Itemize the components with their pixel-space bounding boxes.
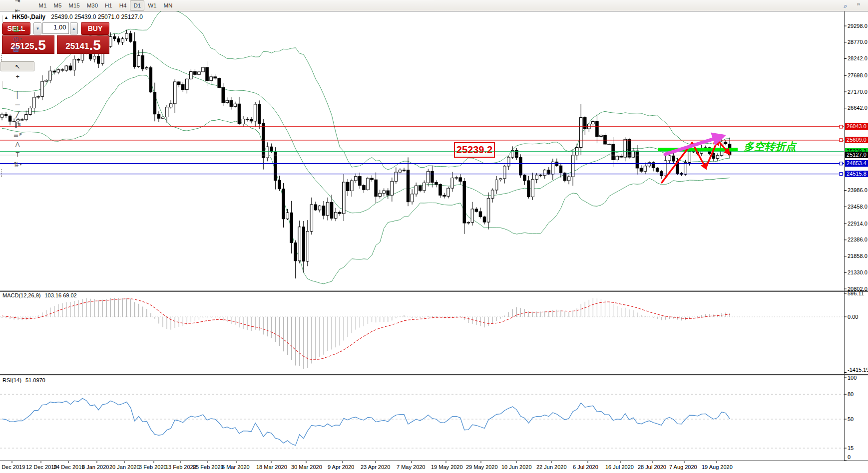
crosshair-icon: + [15,73,19,80]
price-tick-label: 26642.0 [848,105,868,111]
date-tick-label: 19 Aug 2020 [702,464,733,470]
search-button[interactable]: ⌕ [840,0,852,10]
dropdown-arrow-icon[interactable]: ▾ [20,162,22,167]
level-price-label: 26043.0 [845,123,868,130]
community-chat-button[interactable]: ❞ [853,0,865,10]
price-tick-label: 28770.0 [848,39,868,45]
panel-separator [0,291,868,292]
fibonacci-icon-sub: F [19,132,22,137]
macd-panel[interactable] [0,298,844,369]
toolbar-drag-handle[interactable] [1,169,4,177]
date-tick-label: 19 May 2020 [431,464,463,470]
macd-values: 103.16 69.02 [44,292,76,298]
line-handle[interactable] [840,125,843,128]
template-button[interactable]: ▨▾ [0,43,34,53]
periods-clock-icon: ◷ [13,35,18,42]
line-handle[interactable] [840,173,843,176]
rsi-tick-label: 100 [848,375,857,381]
date-tick-label: 6 Mar 2020 [222,464,250,470]
timeframe-group: M1M5M15M30H1H4D1W1MN [35,0,176,10]
buy-button[interactable]: BUY [81,22,109,35]
timeframe-m15-button[interactable]: M15 [65,0,83,10]
date-tick-label: 9 Apr 2020 [328,464,354,470]
add-indicator-button[interactable]: ▧▾ [0,23,34,33]
panel-separator[interactable] [0,290,868,290]
date-tick-label: 18 Mar 2020 [256,464,287,470]
timeframe-h1-button[interactable]: H1 [101,0,116,10]
arrows-button[interactable]: ⇅▾ [0,159,34,169]
periods-clock-button[interactable]: ◷▾ [0,33,34,43]
cursor-button[interactable]: ↖ [0,61,34,71]
date-tick-label: 25 Feb 2020 [193,464,224,470]
timeframe-m1-button[interactable]: M1 [35,0,50,10]
crosshair-button[interactable]: + [0,71,34,81]
timeframe-d1-button[interactable]: D1 [130,0,144,10]
panel-separator [0,376,868,376]
panel-separator[interactable] [0,374,868,375]
ohlc-values: 25439.0 25439.0 25071.0 25127.0 [51,13,143,20]
price-tick-label: 27698.0 [848,72,868,78]
timeframe-m30-button[interactable]: M30 [83,0,101,10]
volume-input[interactable]: 1.00 [42,22,68,34]
add-indicator-icon: ▧ [13,25,19,32]
vertical-line-icon: │ [15,91,19,98]
date-tick-label: 24 Dec 2019 [53,464,84,470]
text-button[interactable]: A [0,139,34,149]
level-price-label: 24515.8 [845,171,868,177]
level-price-label: 25127.0 [845,152,868,158]
dropdown-arrow-icon[interactable]: ▾ [20,36,22,41]
chart-shift-button[interactable]: ⇤ [0,5,34,15]
dropdown-arrow-icon[interactable]: ▾ [20,26,22,31]
timeframe-w1-button[interactable]: W1 [144,0,160,10]
date-tick-label: 12 Dec 2019 [26,464,57,470]
sell-price-pip: .5 [34,38,45,53]
timeframe-mn-button[interactable]: MN [160,0,176,10]
rsi-tick-label: 0 [848,454,851,460]
price-tick-label: 21330.0 [848,269,868,275]
turning-point-annotation[interactable]: 多空转折点 [744,140,796,154]
date-tick-label: 10 Jun 2020 [501,464,532,470]
dropdown-arrow-icon[interactable]: ▾ [20,46,22,51]
volume-increase-button[interactable]: ▲ [70,22,78,34]
price-panel[interactable] [0,10,731,284]
timeframe-h4-button[interactable]: H4 [116,0,130,10]
date-tick-label: 6 Jul 2020 [573,464,598,470]
line-handle[interactable] [840,139,843,142]
text-label-button[interactable]: T [0,149,34,159]
toolbar-icon-group: ▤◫▣新订单◆≣◉◉自动交易⊪▮∿⊕⊖▦⇥⇤▧▾◷▾▨▾↖+│─╱∥E≣FAT⇅… [0,0,35,177]
auto-scroll-icon: ⇥ [15,0,20,4]
search-icon: ⌕ [844,2,847,9]
price-tick-label: 22386.0 [848,236,868,242]
fibonacci-button[interactable]: ≣F [0,129,34,139]
line-handle[interactable] [840,162,843,165]
trendline-button[interactable]: ╱ [0,109,34,119]
date-tick-label: 16 Jul 2020 [605,464,634,470]
rsi-tick-label: 50 [848,416,854,422]
buy-price-main: 25141 [65,40,89,53]
fibonacci-icon: ≣ [13,131,19,138]
macd-label: MACD(12,26,9) 103.16 69.02 [2,292,77,298]
horizontal-line-button[interactable]: ─ [0,99,34,109]
price-tick-label: 29298.0 [848,23,868,29]
auto-scroll-button[interactable]: ⇥ [0,0,34,5]
buy-price-display[interactable]: 25141 .5 [57,35,109,54]
toolbar-drag-handle[interactable] [1,53,4,61]
price-tick-label: 23458.0 [848,204,868,210]
chart-canvas[interactable] [0,0,868,473]
toolbar-right-group: ⌕❞ [839,0,865,10]
timeframe-m5-button[interactable]: M5 [50,0,65,10]
rsi-label: RSI(14) 51.0970 [2,377,45,383]
date-tick-label: 13 Feb 2020 [165,464,196,470]
support-price-annotation[interactable]: 25239.2 [454,142,495,158]
vertical-line-button[interactable]: │ [0,89,34,99]
chart-shift-icon: ⇤ [15,7,20,14]
date-tick-label: 3 Feb 2020 [139,464,167,470]
toolbar-separator [2,81,2,89]
rsi-panel[interactable] [0,394,844,448]
equidistant-channel-button[interactable]: ∥E [0,119,34,129]
top-toolbar: ▤◫▣新订单◆≣◉◉自动交易⊪▮∿⊕⊖▦⇥⇤▧▾◷▾▨▾↖+│─╱∥E≣FAT⇅… [0,0,868,11]
rsi-tick-label: 80 [848,391,854,397]
date-tick-label: 8 Jan 2020 [82,464,109,470]
red-zigzag-arrow[interactable] [706,140,718,168]
macd-tick-label: -1415.19 [848,367,868,373]
